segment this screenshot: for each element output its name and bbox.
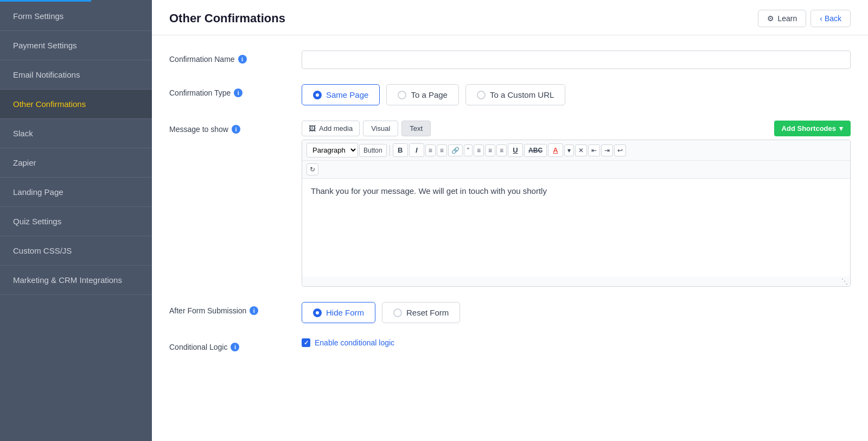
message-to-show-label: Message to show i (169, 121, 289, 134)
sidebar-item-landing-page[interactable]: Landing Page (0, 178, 152, 207)
italic-button[interactable]: I (409, 143, 424, 157)
redo-button[interactable]: ↻ (307, 163, 318, 175)
after-form-submission-label: After Form Submission i (169, 302, 289, 315)
radio-same-page[interactable]: Same Page (302, 84, 380, 105)
sidebar-item-marketing-crm[interactable]: Marketing & CRM Integrations (0, 266, 152, 295)
confirmation-name-info-icon[interactable]: i (238, 55, 247, 64)
editor-content[interactable]: Thank you for your message. We will get … (302, 179, 850, 276)
ol-button[interactable]: ≡ (437, 144, 447, 156)
confirmation-name-input[interactable] (302, 51, 851, 69)
editor-wrapper: Paragraph Button B I ≡ ≡ 🔗 " ≡ ≡ ≡ U (302, 140, 851, 287)
add-shortcodes-button[interactable]: Add Shortcodes ▾ (774, 121, 851, 136)
text-color-button[interactable]: A (548, 143, 563, 157)
sidebar-item-payment-settings[interactable]: Payment Settings (0, 31, 152, 60)
header-actions: ⚙ Learn ‹ Back (758, 10, 851, 27)
radio-circle-reset-form (393, 308, 402, 317)
confirmation-type-label: Confirmation Type i (169, 84, 289, 97)
after-form-submission-control: Hide Form Reset Form (302, 302, 851, 323)
indent-button[interactable]: ⇥ (601, 144, 613, 156)
confirmation-type-row: Confirmation Type i Same Page To a Page (169, 84, 851, 105)
confirmation-type-radio-group: Same Page To a Page To a Custom URL (302, 84, 851, 105)
link-button[interactable]: 🔗 (448, 144, 463, 156)
editor-toolbar-row2: ↻ (302, 161, 850, 179)
editor-toolbar-row1: Paragraph Button B I ≡ ≡ 🔗 " ≡ ≡ ≡ U (302, 140, 850, 161)
chevron-left-icon: ‹ (820, 14, 822, 23)
conditional-logic-row: Conditional Logic i Enable conditional l… (169, 338, 851, 351)
undo-button[interactable]: ↩ (614, 144, 626, 156)
sidebar-item-quiz-settings[interactable]: Quiz Settings (0, 207, 152, 236)
blockquote-button[interactable]: " (464, 144, 473, 156)
confirmation-type-control: Same Page To a Page To a Custom URL (302, 84, 851, 105)
conditional-logic-label: Conditional Logic i (169, 338, 289, 351)
sidebar-item-email-notifications[interactable]: Email Notifications (0, 60, 152, 90)
align-right-button[interactable]: ≡ (496, 144, 507, 156)
sidebar-item-slack[interactable]: Slack (0, 119, 152, 148)
message-to-show-row: Message to show i 🖼 Add media Visual (169, 121, 851, 287)
conditional-logic-checkbox-label[interactable]: Enable conditional logic (315, 338, 394, 347)
text-tab[interactable]: Text (401, 121, 431, 136)
after-form-info-icon[interactable]: i (250, 306, 258, 315)
conditional-logic-info-icon[interactable]: i (231, 343, 239, 351)
add-media-button[interactable]: 🖼 Add media (302, 121, 360, 136)
radio-reset-form[interactable]: Reset Form (382, 302, 460, 323)
after-form-submission-row: After Form Submission i Hide Form Reset … (169, 302, 851, 323)
radio-circle-to-custom-url (477, 91, 486, 99)
conditional-logic-checkbox-row: Enable conditional logic (302, 338, 851, 347)
sidebar-item-zapier[interactable]: Zapier (0, 148, 152, 178)
conditional-logic-checkbox[interactable] (302, 338, 310, 347)
align-center-button[interactable]: ≡ (485, 144, 495, 156)
bold-button[interactable]: B (393, 143, 408, 157)
confirmation-name-row: Confirmation Name i (169, 51, 851, 69)
radio-circle-to-a-page (398, 91, 406, 99)
clear-format-button[interactable]: ✕ (575, 144, 587, 156)
main-content: Other Confirmations ⚙ Learn ‹ Back Confi… (152, 0, 868, 441)
confirmation-name-control (302, 51, 851, 69)
outdent-button[interactable]: ⇤ (588, 144, 600, 156)
paragraph-select[interactable]: Paragraph (307, 143, 358, 158)
media-icon: 🖼 (309, 124, 316, 133)
radio-to-a-page[interactable]: To a Page (386, 84, 459, 105)
align-left-button[interactable]: ≡ (474, 144, 484, 156)
conditional-logic-control: Enable conditional logic (302, 338, 851, 347)
back-button[interactable]: ‹ Back (810, 10, 851, 27)
text-color-dropdown[interactable]: ▾ (564, 144, 574, 156)
button-toolbar-btn[interactable]: Button (359, 144, 387, 157)
sidebar-item-form-settings[interactable]: Form Settings (0, 2, 152, 31)
resize-handle: ⋱ (302, 276, 850, 286)
sidebar-item-other-confirmations[interactable]: Other Confirmations (0, 90, 152, 119)
learn-button[interactable]: ⚙ Learn (758, 10, 806, 27)
message-info-icon[interactable]: i (232, 125, 240, 134)
radio-circle-hide-form (313, 308, 322, 317)
sidebar-item-custom-css-js[interactable]: Custom CSS/JS (0, 236, 152, 266)
message-editor-area: 🖼 Add media Visual Text Add Shortcodes ▾ (302, 121, 851, 287)
confirmation-name-label: Confirmation Name i (169, 51, 289, 64)
main-header: Other Confirmations ⚙ Learn ‹ Back (152, 0, 868, 35)
toolbar-sep-1 (390, 145, 390, 156)
page-title: Other Confirmations (169, 11, 285, 26)
confirmation-type-info-icon[interactable]: i (234, 89, 242, 97)
radio-hide-form[interactable]: Hide Form (302, 302, 375, 323)
form-body: Confirmation Name i Confirmation Type i … (152, 35, 868, 367)
underline-button[interactable]: U (508, 143, 523, 157)
strikethrough-button[interactable]: ABC (524, 144, 547, 157)
visual-tab[interactable]: Visual (363, 121, 398, 136)
gear-icon: ⚙ (767, 14, 774, 23)
radio-to-custom-url[interactable]: To a Custom URL (465, 84, 565, 105)
radio-circle-same-page (313, 91, 322, 99)
ul-button[interactable]: ≡ (425, 144, 436, 156)
chevron-down-icon: ▾ (839, 124, 843, 133)
sidebar: Form Settings Payment Settings Email Not… (0, 0, 152, 441)
